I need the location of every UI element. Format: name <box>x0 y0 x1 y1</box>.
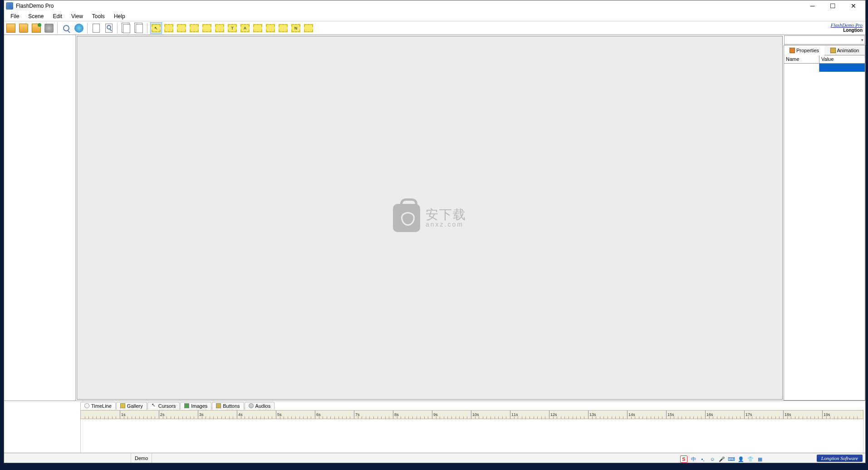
tb-frame-9-icon[interactable] <box>265 22 276 34</box>
tab-images[interactable]: Images <box>180 402 211 410</box>
gallery-icon <box>120 403 125 408</box>
tab-cursors-label: Cursors <box>158 403 176 409</box>
tray-skin-icon[interactable]: 👕 <box>747 455 754 463</box>
brand-subtitle: Longtion <box>831 28 863 33</box>
ruler-tick: 4s <box>237 411 243 419</box>
clock-icon <box>84 403 89 408</box>
menu-edit[interactable]: Edit <box>48 12 67 20</box>
tb-frame-10-icon[interactable] <box>277 22 289 34</box>
tb-export-icon[interactable] <box>30 22 42 34</box>
status-demo-label: Demo <box>131 453 152 463</box>
ruler-tick: 5s <box>276 411 282 419</box>
menu-tools[interactable]: Tools <box>88 12 109 20</box>
menu-file[interactable]: File <box>6 12 24 20</box>
tray-mic-icon[interactable]: 🎤 <box>718 455 726 463</box>
tray-ime-icon[interactable]: 中 <box>690 455 697 463</box>
menu-scene[interactable]: Scene <box>24 12 48 20</box>
status-left-pane <box>4 453 131 463</box>
tab-buttons[interactable]: Buttons <box>212 402 244 410</box>
tab-animation[interactable]: Animation <box>824 45 865 55</box>
menubar: File Scene Edit View Tools Help <box>4 11 865 21</box>
properties-grid: Name Value <box>784 55 865 401</box>
prop-value-cell[interactable] <box>819 64 865 72</box>
brand-title[interactable]: FlashDemo Pro <box>831 22 863 28</box>
tab-images-label: Images <box>191 403 207 409</box>
tb-preview-icon[interactable] <box>103 22 115 34</box>
bottom-area: TimeLine Gallery Cursors Images Buttons … <box>4 401 865 453</box>
ruler-tick: 7s <box>354 411 360 419</box>
tab-animation-label: Animation <box>837 48 859 53</box>
tb-frame-5-icon[interactable] <box>214 22 226 34</box>
prop-col-name[interactable]: Name <box>784 55 819 63</box>
timeline-ruler[interactable]: 1s2s3s4s5s6s7s8s9s10s11s12s13s14s15s16s1… <box>80 410 863 419</box>
tab-cursors[interactable]: Cursors <box>147 402 180 410</box>
toolbar-separator <box>87 23 88 34</box>
prop-col-value[interactable]: Value <box>819 55 865 63</box>
tray-punct-icon[interactable]: •, <box>699 455 706 463</box>
toolbar-separator <box>117 23 118 34</box>
tab-timeline-label: TimeLine <box>91 403 112 409</box>
tb-web-icon[interactable] <box>73 22 85 34</box>
tab-properties-label: Properties <box>796 48 819 53</box>
properties-row[interactable] <box>784 64 865 72</box>
object-selector-dropdown[interactable] <box>784 35 865 45</box>
toolbar-separator <box>147 23 148 34</box>
tb-settings-icon[interactable] <box>43 22 55 34</box>
right-panel: Properties Animation Name Value <box>784 35 865 401</box>
tb-frame-12-icon[interactable] <box>303 22 314 34</box>
tab-timeline[interactable]: TimeLine <box>80 402 116 410</box>
prop-name-cell[interactable] <box>784 64 819 72</box>
tb-frame-1-icon[interactable] <box>163 22 175 34</box>
tab-properties[interactable]: Properties <box>784 45 824 55</box>
ruler-tick: 2s <box>159 411 165 419</box>
window-title: FlashDemo Pro <box>16 3 802 9</box>
tb-frame-select-icon[interactable]: ↖ <box>150 22 162 34</box>
tb-frame-8-icon[interactable] <box>252 22 264 34</box>
tray-grid-icon[interactable]: ▦ <box>756 455 764 463</box>
tb-frame-4-icon[interactable] <box>201 22 213 34</box>
tb-frame-text-icon[interactable]: T <box>226 22 238 34</box>
tab-audios-label: Audios <box>255 403 271 409</box>
ruler-tick: 9s <box>432 411 438 419</box>
watermark-bag-icon <box>393 204 420 232</box>
toolbar-separator <box>57 23 58 34</box>
minimize-button[interactable]: ─ <box>802 0 823 11</box>
close-button[interactable]: ✕ <box>843 0 863 11</box>
tray-sogou-icon[interactable]: S <box>680 455 687 463</box>
ruler-tick: 3s <box>198 411 204 419</box>
menu-view[interactable]: View <box>67 12 88 20</box>
tab-audios[interactable]: Audios <box>245 402 275 410</box>
timeline-body[interactable] <box>80 419 863 453</box>
cursor-icon <box>152 403 157 408</box>
app-icon <box>6 2 13 10</box>
properties-header: Name Value <box>784 55 865 64</box>
tray-user-icon[interactable]: 👤 <box>737 455 745 463</box>
maximize-button[interactable]: ☐ <box>823 0 843 11</box>
system-tray: S 中 •, ☺ 🎤 ⌨ 👤 👕 ▦ <box>680 455 764 463</box>
canvas-watermark: 安下载 anxz.com <box>393 204 466 232</box>
tab-gallery-label: Gallery <box>127 403 143 409</box>
ruler-tick: 1s <box>120 411 126 419</box>
tb-newdoc-icon[interactable] <box>90 22 102 34</box>
window-controls: ─ ☐ ✕ <box>802 0 863 11</box>
tb-open-icon[interactable] <box>18 22 29 34</box>
tb-frame-a-icon[interactable]: A <box>239 22 251 34</box>
tb-copy-icon[interactable] <box>120 22 132 34</box>
properties-icon <box>790 48 795 53</box>
tb-frame-3-icon[interactable] <box>188 22 200 34</box>
tb-new-project-icon[interactable] <box>5 22 17 34</box>
watermark-text: 安下载 anxz.com <box>426 208 466 228</box>
titlebar: FlashDemo Pro ─ ☐ ✕ <box>4 0 865 11</box>
tb-paste-icon[interactable] <box>133 22 145 34</box>
tab-gallery[interactable]: Gallery <box>116 402 147 410</box>
longtion-badge[interactable]: Longtion Software <box>817 455 863 462</box>
menu-help[interactable]: Help <box>109 12 130 20</box>
canvas-area[interactable]: 安下载 anxz.com <box>77 36 783 400</box>
tray-keyboard-icon[interactable]: ⌨ <box>728 455 735 463</box>
tb-frame-2-icon[interactable] <box>176 22 187 34</box>
scene-tree-panel[interactable] <box>4 35 76 401</box>
tb-frame-n-icon[interactable]: N <box>290 22 302 34</box>
tb-zoom-icon[interactable] <box>60 22 72 34</box>
app-window: FlashDemo Pro ─ ☐ ✕ File Scene Edit View… <box>4 0 866 463</box>
tray-emoji-icon[interactable]: ☺ <box>709 455 716 463</box>
